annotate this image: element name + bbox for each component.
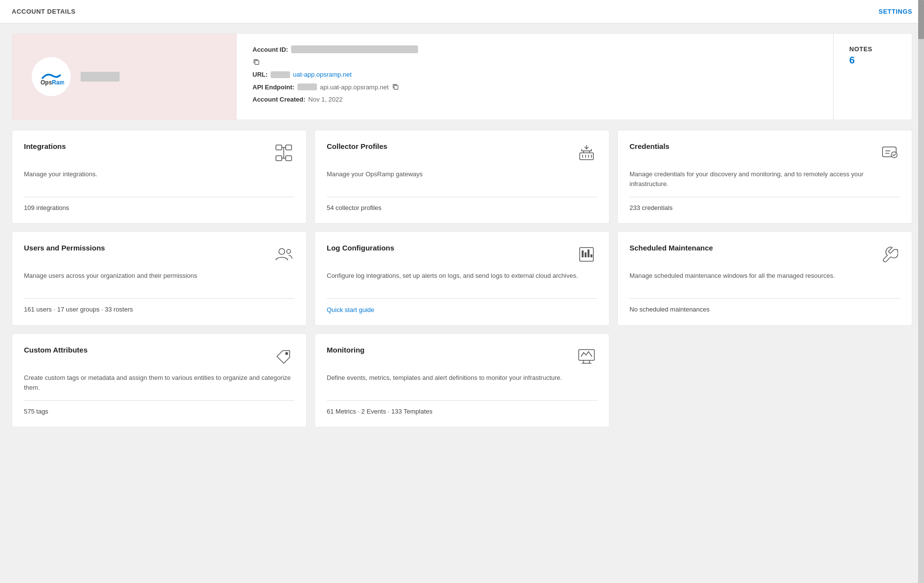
users-permissions-title: Users and Permissions xyxy=(24,244,105,252)
credentials-stats: 233 credentials xyxy=(630,204,900,211)
log-configurations-description: Configure log integrations, set up alert… xyxy=(327,271,597,291)
scheduled-maintenance-card-header: Scheduled Maintenance xyxy=(630,244,900,265)
api-label: API Endpoint: xyxy=(252,83,294,91)
monitoring-stats: 61 Metrics · 2 Events · 133 Templates xyxy=(327,408,597,415)
copy-api-icon[interactable] xyxy=(392,83,399,91)
credentials-title: Credentials xyxy=(630,142,670,150)
scheduled-maintenance-stats: No scheduled maintenances xyxy=(630,306,900,313)
copy-id-icon[interactable] xyxy=(252,58,260,66)
users-permissions-card-header: Users and Permissions xyxy=(24,244,294,265)
cards-grid: Integrations Manage your integrations. 1… xyxy=(12,130,912,427)
collector-icon xyxy=(576,142,597,164)
svg-rect-24 xyxy=(585,252,587,257)
url-prefix-blurred xyxy=(271,71,290,78)
log-icon xyxy=(576,244,597,265)
credentials-icon xyxy=(879,142,900,164)
svg-rect-25 xyxy=(588,250,589,257)
svg-rect-26 xyxy=(590,254,592,257)
credentials-description: Manage credentials for your discovery an… xyxy=(630,169,900,189)
integrations-icon xyxy=(273,142,294,164)
page-title: ACCOUNT DETAILS xyxy=(12,8,76,15)
api-prefix-blurred xyxy=(297,83,317,90)
notes-count[interactable]: 6 xyxy=(849,55,896,66)
credentials-card-header: Credentials xyxy=(630,142,900,164)
svg-rect-3 xyxy=(276,145,282,150)
api-value: api.uat-app.opsramp.net xyxy=(320,83,389,91)
monitoring-card[interactable]: Monitoring Define events, metrics, templ… xyxy=(315,333,609,427)
copy-row xyxy=(252,58,818,66)
monitoring-icon xyxy=(576,346,597,367)
svg-point-27 xyxy=(285,352,288,355)
svg-rect-23 xyxy=(582,250,584,257)
monitoring-description: Define events, metrics, templates and al… xyxy=(327,373,597,393)
integrations-description: Manage your integrations. xyxy=(24,169,294,189)
users-permissions-stats: 161 users · 17 user groups · 33 rosters xyxy=(24,306,294,313)
collector-profiles-stats: 54 collector profiles xyxy=(327,204,597,211)
account-id-row: Account ID: xyxy=(252,45,818,53)
url-row: URL: uat-app.opsramp.net xyxy=(252,71,818,78)
integrations-stats: 109 integrations xyxy=(24,204,294,211)
integrations-card-header: Integrations xyxy=(24,142,294,164)
svg-point-20 xyxy=(279,249,285,254)
users-permissions-description: Manage users across your organization an… xyxy=(24,271,294,291)
credentials-card[interactable]: Credentials Manage credentials for your … xyxy=(617,130,912,224)
url-value[interactable]: uat-app.opsramp.net xyxy=(293,71,352,78)
top-bar: ACCOUNT DETAILS SETTINGS xyxy=(0,0,924,23)
custom-attributes-title: Custom Attributes xyxy=(24,346,87,354)
account-notes-section: NOTES 6 xyxy=(834,34,912,120)
integrations-title: Integrations xyxy=(24,142,66,150)
api-row: API Endpoint: api.uat-app.opsramp.net xyxy=(252,83,818,91)
users-icon xyxy=(273,244,294,265)
svg-rect-6 xyxy=(286,156,292,161)
svg-rect-4 xyxy=(286,145,292,150)
custom-attributes-stats: 575 tags xyxy=(24,408,294,415)
notes-label: NOTES xyxy=(849,45,896,53)
account-logo: OpsRamp xyxy=(32,57,71,96)
opsramp-logo-svg: OpsRamp xyxy=(39,67,64,86)
log-configurations-card-header: Log Configurations xyxy=(327,244,597,265)
created-value: Nov 1, 2022 xyxy=(308,96,342,103)
users-permissions-card[interactable]: Users and Permissions Manage users acros… xyxy=(12,231,307,326)
svg-rect-2 xyxy=(394,85,398,89)
maintenance-icon xyxy=(879,244,900,265)
account-logo-section: OpsRamp xyxy=(12,34,237,120)
svg-point-21 xyxy=(287,250,291,253)
collector-profiles-title: Collector Profiles xyxy=(327,142,387,150)
custom-attributes-card[interactable]: Custom Attributes Create custom tags or … xyxy=(12,333,307,427)
account-header: OpsRamp Account ID: xyxy=(12,33,912,120)
created-row: Account Created: Nov 1, 2022 xyxy=(252,96,818,103)
url-label: URL: xyxy=(252,71,268,78)
integrations-card[interactable]: Integrations Manage your integrations. 1… xyxy=(12,130,307,224)
log-configurations-title: Log Configurations xyxy=(327,244,394,252)
svg-rect-1 xyxy=(255,61,259,64)
quick-start-guide-link[interactable]: Quick start guide xyxy=(327,306,375,313)
settings-link[interactable]: SETTINGS xyxy=(879,8,912,15)
custom-attributes-description: Create custom tags or metadata and assig… xyxy=(24,373,294,393)
scheduled-maintenance-title: Scheduled Maintenance xyxy=(630,244,713,252)
collector-profiles-card-header: Collector Profiles xyxy=(327,142,597,164)
svg-rect-28 xyxy=(579,350,594,360)
collector-profiles-card[interactable]: Collector Profiles xyxy=(315,130,609,224)
custom-attributes-icon xyxy=(273,346,294,367)
scheduled-maintenance-description: Manage scheduled maintenance windows for… xyxy=(630,271,900,291)
account-name-blurred xyxy=(81,72,120,82)
collector-profiles-description: Manage your OpsRamp gateways xyxy=(327,169,597,189)
account-id-label: Account ID: xyxy=(252,46,288,53)
scheduled-maintenance-card[interactable]: Scheduled Maintenance Manage scheduled m… xyxy=(617,231,912,326)
monitoring-title: Monitoring xyxy=(327,346,364,354)
monitoring-card-header: Monitoring xyxy=(327,346,597,367)
account-details-section: Account ID: URL: uat-app.opsramp.net xyxy=(237,34,834,120)
svg-rect-5 xyxy=(276,156,282,161)
custom-attributes-card-header: Custom Attributes xyxy=(24,346,294,367)
svg-text:OpsRamp: OpsRamp xyxy=(41,79,64,86)
account-id-value xyxy=(291,45,418,53)
created-label: Account Created: xyxy=(252,96,305,103)
log-configurations-card[interactable]: Log Configurations Configure log integra… xyxy=(315,231,609,326)
